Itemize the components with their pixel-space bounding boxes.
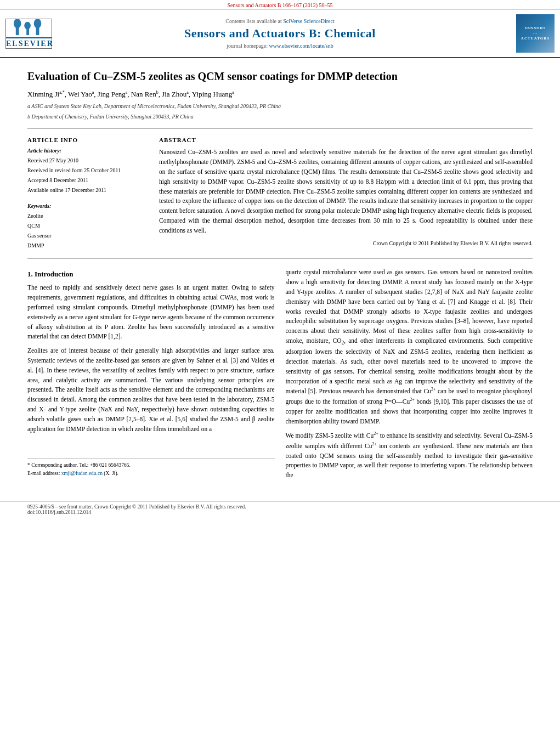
journal-homepage: journal homepage: www.elsevier.com/locat… xyxy=(55,43,505,49)
abstract-col: ABSTRACT Nanosized Cu–ZSM-5 zeolites are… xyxy=(159,137,533,251)
elsevier-tree-icon xyxy=(13,19,46,36)
keyword-2: QCM xyxy=(27,221,148,231)
body-col-left: 1. Introduction The need to rapidly and … xyxy=(27,268,275,485)
affiliation-b: b Department of Chemistry, Fudan Univers… xyxy=(27,112,533,121)
affiliation-a: a ASIC and System State Key Lab, Departm… xyxy=(27,102,533,110)
keyword-4: DMMP xyxy=(27,241,148,251)
citation-bar: Sensors and Actuators B 166–167 (2012) 5… xyxy=(0,0,560,10)
svg-point-1 xyxy=(13,19,21,28)
affil-sup-a2: a xyxy=(92,90,94,95)
body-col-right: quartz crystal microbalance were used as… xyxy=(286,268,533,485)
intro-para2: Zeolites are of interest because of thei… xyxy=(27,346,275,434)
affil-sup-a3: a xyxy=(126,90,128,95)
sciverse-line: Contents lists available at SciVerse Sci… xyxy=(55,18,505,24)
article-info-section-label: ARTICLE INFO xyxy=(27,137,148,143)
divider-1 xyxy=(27,128,533,129)
article-info-col: ARTICLE INFO Article history: Received 2… xyxy=(27,137,148,251)
affil-sup-a5: a xyxy=(232,90,234,95)
intro-heading: 1. Introduction xyxy=(27,270,275,279)
elsevier-wordmark: ELSEVIER xyxy=(6,37,52,48)
keywords-label: Keywords: xyxy=(27,203,148,209)
bottom-doi: doi:10.1016/j.snb.2011.12.014 xyxy=(27,510,533,515)
citation-text: Sensors and Actuators B 166–167 (2012) 5… xyxy=(227,2,332,8)
intro-para4: We modify ZSM-5 zeolite with Cu2+ to enh… xyxy=(286,431,533,480)
journal-title: Sensors and Actuators B: Chemical xyxy=(55,26,505,41)
sensors-logo-text: SENSORS...ACTUATORS xyxy=(521,26,550,41)
article-title: Evaluation of Cu–ZSM-5 zeolites as QCM s… xyxy=(27,69,533,83)
footnote-divider xyxy=(27,459,275,459)
abstract-section-label: ABSTRACT xyxy=(159,137,533,143)
article-container: Evaluation of Cu–ZSM-5 zeolites as QCM s… xyxy=(0,58,560,496)
keyword-3: Gas sensor xyxy=(27,231,148,241)
intro-para3: quartz crystal microbalance were used as… xyxy=(286,268,533,426)
sensors-actuators-logo-box: SENSORS...ACTUATORS xyxy=(505,14,555,53)
svg-point-5 xyxy=(33,19,41,28)
history-label: Article history: xyxy=(27,148,148,154)
authors-line: Xinming Jia,*, Wei Yaoa, Jing Penga, Nan… xyxy=(27,90,533,99)
journal-center: Contents lists available at SciVerse Sci… xyxy=(55,18,505,49)
info-abstract-cols: ARTICLE INFO Article history: Received 2… xyxy=(27,137,533,251)
elsevier-logo-box: ELSEVIER xyxy=(5,19,52,49)
affil-sup-a4: a xyxy=(186,90,189,95)
bottom-bar: 0925-4005/$ – see front matter. Crown Co… xyxy=(0,501,560,517)
elsevier-logo: ELSEVIER xyxy=(5,19,55,49)
affil-sup-b: b xyxy=(156,90,159,95)
keyword-1: Zeolite xyxy=(27,211,148,221)
journal-header: ELSEVIER Contents lists available at Sci… xyxy=(0,10,560,58)
received-date: Received 27 May 2010 Received in revised… xyxy=(27,156,148,195)
affil-sup-a: a,* xyxy=(59,90,65,95)
abstract-text: Nanosized Cu–ZSM-5 zeolites are used as … xyxy=(159,148,533,235)
keywords-list: Zeolite QCM Gas sensor DMMP xyxy=(27,211,148,251)
copyright-line: Crown Copyright © 2011 Published by Else… xyxy=(159,240,533,246)
bottom-issn: 0925-4005/$ – see front matter. Crown Co… xyxy=(27,504,533,510)
body-cols: 1. Introduction The need to rapidly and … xyxy=(27,268,533,485)
sensors-actuators-logo: SENSORS...ACTUATORS xyxy=(516,14,555,53)
homepage-url[interactable]: www.elsevier.com/locate/snb xyxy=(269,43,333,49)
email-link[interactable]: xmji@fudan.edu.cn xyxy=(61,471,103,476)
divider-2 xyxy=(27,258,533,259)
intro-para1: The need to rapidly and sensitively dete… xyxy=(27,283,275,342)
footnote-star: * Corresponding author. Tel.: +86 021 65… xyxy=(27,461,275,470)
svg-point-3 xyxy=(24,21,31,29)
sciverse-link[interactable]: SciVerse ScienceDirect xyxy=(283,18,335,24)
footnote-email: E-mail address: xmji@fudan.edu.cn (X. Ji… xyxy=(27,470,275,478)
